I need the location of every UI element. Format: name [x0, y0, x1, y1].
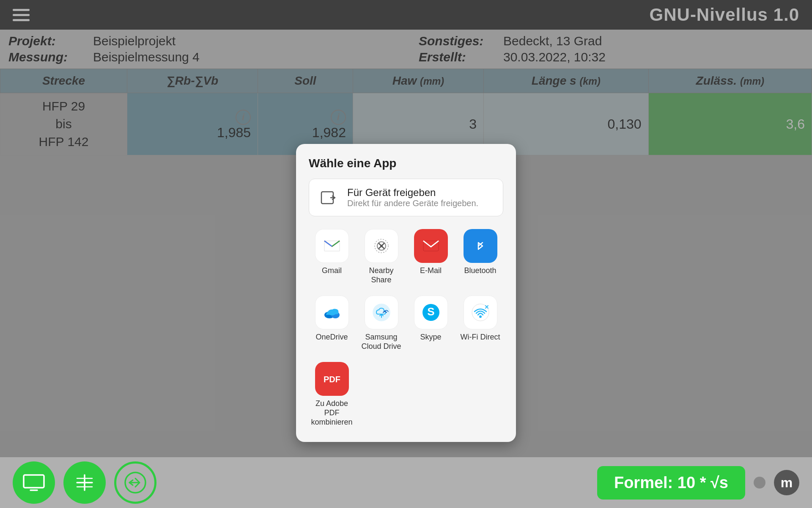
app-item-nearby-share[interactable]: Nearby Share — [358, 226, 404, 287]
bottom-toolbar: Formel: 10 * √s m — [0, 457, 812, 508]
svg-text:S: S — [427, 305, 434, 318]
app-item-wifi-direct[interactable]: Wi-Fi Direct — [457, 293, 503, 353]
m-badge: m — [774, 470, 799, 495]
app-label-email: E-Mail — [420, 266, 442, 276]
overlay: Wähle eine App Für Gerät freigeben Direk… — [0, 0, 812, 508]
bottom-right: Formel: 10 * √s m — [597, 466, 799, 500]
svg-text:PDF: PDF — [324, 375, 340, 384]
email-icon — [414, 229, 448, 263]
app-label-onedrive: OneDrive — [315, 333, 348, 342]
dot-indicator — [754, 477, 765, 489]
app-item-adobe-pdf[interactable]: PDF Zu Adobe PDF kombinieren — [309, 359, 355, 429]
app-label-adobe-pdf: Zu Adobe PDF kombinieren — [310, 399, 354, 427]
display-button[interactable] — [13, 461, 55, 504]
bluetooth-icon — [464, 229, 497, 263]
app-label-nearby-share: Nearby Share — [359, 266, 403, 284]
app-grid: Gmail Nearby Share — [309, 226, 503, 429]
app-item-skype[interactable]: S Skype — [408, 293, 454, 353]
gmail-icon — [315, 229, 349, 263]
device-share-option[interactable]: Für Gerät freigeben Direkt für andere Ge… — [309, 179, 503, 216]
svg-point-6 — [471, 237, 490, 255]
svg-point-3 — [380, 245, 383, 247]
app-item-email[interactable]: E-Mail — [408, 226, 454, 287]
formula-button[interactable]: Formel: 10 * √s — [597, 466, 745, 500]
app-label-skype: Skype — [420, 333, 441, 342]
samsung-cloud-icon — [365, 295, 398, 329]
bottom-left-buttons — [13, 461, 156, 504]
wifi-direct-icon — [464, 295, 497, 329]
nearby-share-icon — [365, 229, 398, 263]
onedrive-icon — [315, 295, 349, 329]
svg-point-10 — [373, 304, 390, 321]
adobe-pdf-icon: PDF — [315, 362, 349, 396]
calc-button[interactable] — [63, 461, 106, 504]
app-label-bluetooth: Bluetooth — [464, 266, 496, 276]
app-item-bluetooth[interactable]: Bluetooth — [457, 226, 503, 287]
share-button[interactable] — [114, 461, 156, 504]
device-share-icon — [318, 187, 340, 208]
app-label-samsung-cloud: Samsung Cloud Drive — [359, 333, 403, 351]
share-dialog-title: Wähle eine App — [309, 157, 503, 170]
app-item-onedrive[interactable]: OneDrive — [309, 293, 355, 353]
app-item-gmail[interactable]: Gmail — [309, 226, 355, 287]
app-label-gmail: Gmail — [322, 266, 342, 276]
svg-point-15 — [479, 315, 482, 318]
share-dialog: Wähle eine App Für Gerät freigeben Direk… — [296, 144, 516, 442]
app-item-samsung-cloud[interactable]: Samsung Cloud Drive — [358, 293, 404, 353]
device-share-text: Für Gerät freigeben Direkt für andere Ge… — [347, 187, 478, 208]
skype-icon: S — [414, 295, 448, 329]
svg-rect-18 — [24, 475, 44, 488]
app-label-wifi-direct: Wi-Fi Direct — [461, 333, 500, 342]
